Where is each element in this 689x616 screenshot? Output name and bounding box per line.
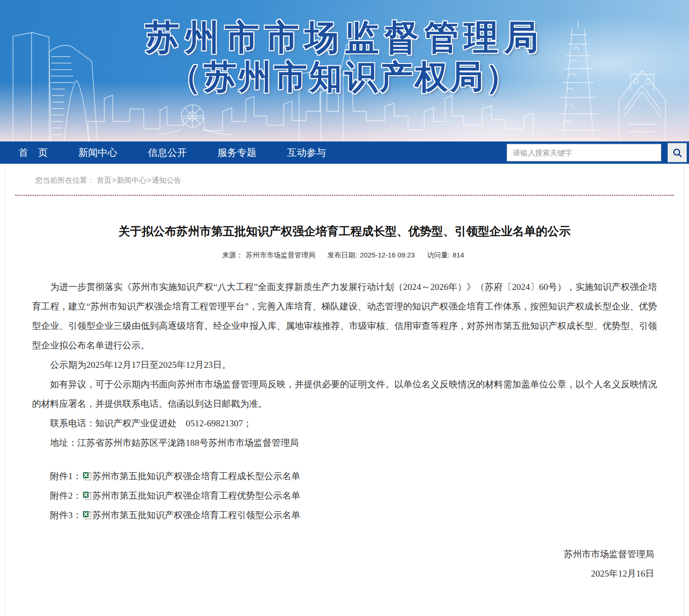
nav-item-news[interactable]: 新闻中心	[78, 146, 117, 159]
breadcrumb-news[interactable]: 新闻中心	[117, 176, 147, 184]
nav-item-interact[interactable]: 互动参与	[287, 146, 326, 159]
attachment-link-growth[interactable]: 苏州市第五批知识产权强企培育工程成长型公示名单	[92, 471, 300, 481]
site-title: 苏州市市场监督管理局 （苏州市知识产权局）	[0, 19, 689, 95]
search-button[interactable]	[668, 143, 687, 162]
search-icon	[672, 148, 683, 158]
attachment-row: 附件2：苏州市第五批知识产权强企培育工程优势型公示名单	[32, 486, 657, 506]
views-value: 814	[453, 251, 464, 259]
publish-date-label: 发布日期:	[327, 251, 357, 259]
site-title-line1: 苏州市市场监督管理局	[0, 19, 689, 56]
article-body: 为进一步贯彻落实《苏州市实施知识产权“八大工程”全面支撑新质生产力发展行动计划（…	[32, 277, 657, 584]
source-label: 来源：	[222, 251, 243, 259]
paragraph: 如有异议，可于公示期内书面向苏州市市场监督管理局反映，并提供必要的证明文件。以单…	[32, 375, 657, 414]
content-area: 您当前所在位置： 首页>新闻中心>通知公告 关于拟公布苏州市第五批知识产权强企培…	[5, 164, 684, 616]
search-bar	[507, 143, 687, 162]
paragraph: 公示期为2025年12月17日至2025年12月23日。	[32, 355, 657, 375]
excel-file-icon	[83, 472, 92, 481]
breadcrumb-home[interactable]: 首页	[96, 176, 111, 184]
attachment-label: 附件1：	[50, 471, 82, 481]
nav-item-services[interactable]: 服务专题	[217, 146, 256, 159]
page-title: 关于拟公布苏州市第五批知识产权强企培育工程成长型、优势型、引领型企业名单的公示	[38, 224, 651, 239]
attachments-list: 附件1：苏州市第五批知识产权强企培育工程成长型公示名单 附件2：苏州市第五批知识…	[32, 467, 657, 525]
breadcrumb-separator: >	[112, 176, 116, 184]
nav-item-info[interactable]: 信息公开	[148, 146, 187, 159]
breadcrumb-separator: >	[147, 176, 151, 184]
breadcrumb: 您当前所在位置： 首页>新闻中心>通知公告	[5, 164, 684, 195]
signature-org: 苏州市市场监督管理局	[32, 545, 654, 564]
attachment-row: 附件1：苏州市第五批知识产权强企培育工程成长型公示名单	[32, 467, 657, 486]
source-value: 苏州市市场监督管理局	[246, 251, 315, 259]
site-banner: 苏州市市场监督管理局 （苏州市知识产权局）	[0, 0, 689, 141]
views-label: 访问量:	[427, 251, 450, 259]
excel-file-icon	[83, 491, 92, 500]
breadcrumb-notices[interactable]: 通知公告	[152, 176, 181, 184]
site-title-line2: （苏州市知识产权局）	[0, 59, 689, 95]
attachment-row: 附件3：苏州市第五批知识产权强企培育工程引领型公示名单	[32, 506, 657, 525]
publish-date-value: 2025-12-16 09:23	[360, 251, 415, 259]
excel-file-icon	[83, 511, 92, 520]
search-input[interactable]	[507, 144, 661, 161]
attachment-label: 附件2：	[50, 491, 82, 500]
nav-item-home[interactable]: 首 页	[19, 146, 48, 159]
signature-date: 2025年12月16日	[32, 564, 654, 584]
article-meta: 来源：苏州市市场监督管理局 发布日期:2025-12-16 09:23 访问量:…	[5, 251, 684, 260]
attachment-label: 附件3：	[50, 510, 82, 520]
attachment-link-leading[interactable]: 苏州市第五批知识产权强企培育工程引领型公示名单	[92, 510, 300, 520]
signature-block: 苏州市市场监督管理局 2025年12月16日	[32, 545, 657, 584]
paragraph: 联系电话：知识产权产业促进处 0512-69821307；	[32, 414, 657, 433]
attachment-link-advantage[interactable]: 苏州市第五批知识产权强企培育工程优势型公示名单	[92, 491, 300, 500]
paragraph: 地址：江苏省苏州市姑苏区平泷路188号苏州市市场监督管理局	[32, 433, 657, 453]
breadcrumb-prefix: 您当前所在位置：	[35, 176, 95, 184]
dotted-divider	[15, 195, 674, 196]
paragraph: 为进一步贯彻落实《苏州市实施知识产权“八大工程”全面支撑新质生产力发展行动计划（…	[32, 277, 657, 355]
main-nav: 首 页 新闻中心 信息公开 服务专题 互动参与	[0, 141, 689, 164]
